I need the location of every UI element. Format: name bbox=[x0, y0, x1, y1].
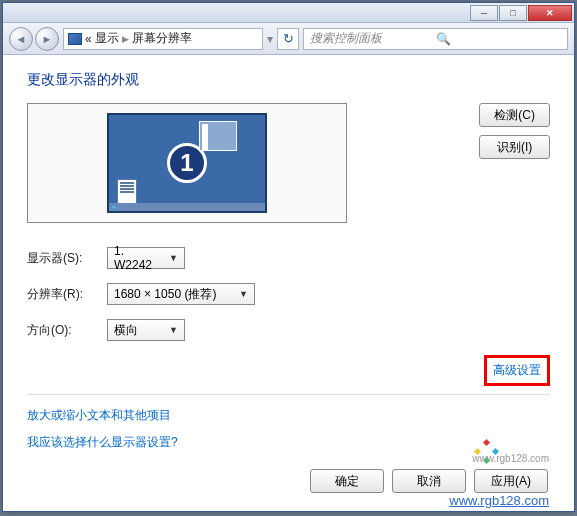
chevron-down-icon: ▼ bbox=[239, 289, 248, 299]
monitor-preview-area[interactable]: 1 bbox=[27, 103, 347, 223]
refresh-button[interactable]: ↻ bbox=[277, 28, 299, 50]
search-placeholder: 搜索控制面板 bbox=[310, 30, 436, 47]
orientation-select[interactable]: 横向 ▼ bbox=[107, 319, 185, 341]
forward-button[interactable]: ► bbox=[35, 27, 59, 51]
chevron-down-icon: ▼ bbox=[169, 253, 178, 263]
orientation-label: 方向(O): bbox=[27, 322, 107, 339]
chevron-right-icon: ▶ bbox=[122, 34, 129, 44]
watermark-text-large: www.rgb128.com bbox=[449, 493, 549, 508]
cancel-button[interactable]: 取消 bbox=[392, 469, 466, 493]
control-panel-window: ─ □ ✕ ◄ ► « 显示 ▶ 屏幕分辨率 ▾ ↻ 搜索控制面板 🔍 更改显示… bbox=[2, 2, 575, 512]
advanced-settings-link[interactable]: 高级设置 bbox=[484, 355, 550, 386]
titlebar: ─ □ ✕ bbox=[3, 3, 574, 23]
which-display-help-link[interactable]: 我应该选择什么显示器设置? bbox=[27, 434, 550, 451]
search-input[interactable]: 搜索控制面板 🔍 bbox=[303, 28, 568, 50]
breadcrumb[interactable]: « 显示 ▶ 屏幕分辨率 bbox=[63, 28, 263, 50]
resolution-label: 分辨率(R): bbox=[27, 286, 107, 303]
maximize-button[interactable]: □ bbox=[499, 5, 527, 21]
window-preview-icon bbox=[199, 121, 237, 151]
display-icon bbox=[68, 33, 82, 45]
display-label: 显示器(S): bbox=[27, 250, 107, 267]
divider bbox=[27, 394, 550, 395]
dialog-footer: 确定 取消 应用(A) bbox=[27, 469, 550, 493]
display-select[interactable]: 1. W2242 ▼ bbox=[107, 247, 185, 269]
close-button[interactable]: ✕ bbox=[528, 5, 572, 21]
text-size-link[interactable]: 放大或缩小文本和其他项目 bbox=[27, 407, 550, 424]
back-button[interactable]: ◄ bbox=[9, 27, 33, 51]
document-preview-icon bbox=[117, 179, 137, 205]
ok-button[interactable]: 确定 bbox=[310, 469, 384, 493]
breadcrumb-item[interactable]: 显示 bbox=[95, 30, 119, 47]
page-title: 更改显示器的外观 bbox=[27, 71, 550, 89]
resolution-select[interactable]: 1680 × 1050 (推荐) ▼ bbox=[107, 283, 255, 305]
navigation-bar: ◄ ► « 显示 ▶ 屏幕分辨率 ▾ ↻ 搜索控制面板 🔍 bbox=[3, 23, 574, 55]
watermark-text-small: www.rgb128.com bbox=[472, 453, 549, 464]
breadcrumb-start: « bbox=[85, 32, 92, 46]
monitor-thumbnail[interactable]: 1 bbox=[107, 113, 267, 213]
detect-button[interactable]: 检测(C) bbox=[479, 103, 550, 127]
identify-button[interactable]: 识别(I) bbox=[479, 135, 550, 159]
taskbar-preview-icon bbox=[109, 203, 265, 211]
breadcrumb-item[interactable]: 屏幕分辨率 bbox=[132, 30, 192, 47]
apply-button[interactable]: 应用(A) bbox=[474, 469, 548, 493]
chevron-down-icon: ▼ bbox=[169, 325, 178, 335]
search-icon[interactable]: 🔍 bbox=[436, 32, 562, 46]
minimize-button[interactable]: ─ bbox=[470, 5, 498, 21]
